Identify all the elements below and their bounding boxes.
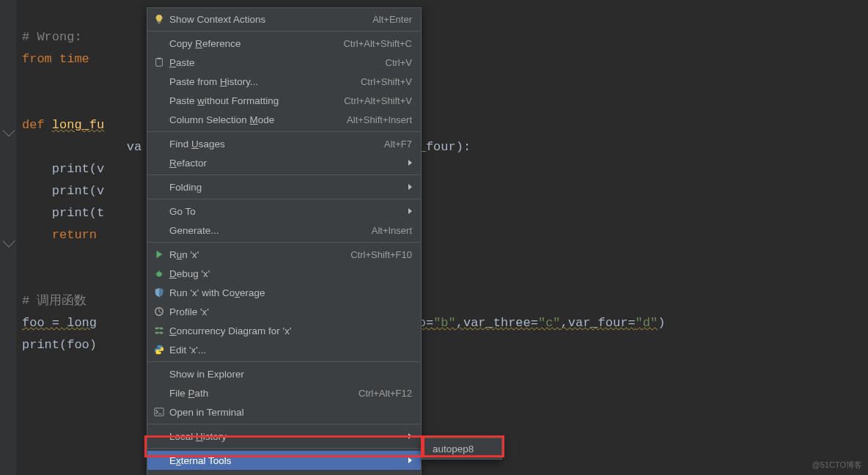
menu-item-local-history[interactable]: Local History <box>147 427 421 446</box>
menu-item-shortcut: Alt+F7 <box>384 139 412 150</box>
menu-item-folding[interactable]: Folding <box>147 177 421 196</box>
menu-item-shortcut: Ctrl+Alt+Shift+V <box>344 95 412 106</box>
submenu-arrow-icon <box>408 184 412 190</box>
menu-item-run-x[interactable]: Run 'x'Ctrl+Shift+F10 <box>147 245 421 264</box>
menu-item-external-tools[interactable]: External Tools <box>147 451 421 470</box>
menu-item-label: Concurrency Diagram for 'x' <box>166 325 412 336</box>
menu-item-label: Go To <box>166 206 401 217</box>
submenu-arrow-icon <box>408 208 412 214</box>
menu-item-label: Profile 'x' <box>166 306 412 317</box>
menu-separator <box>147 242 421 243</box>
menu-item-shortcut: Ctrl+Alt+F12 <box>358 388 412 399</box>
menu-item-open-in-terminal[interactable]: Open in Terminal <box>147 402 421 421</box>
menu-item-paste-without-formatting[interactable]: Paste without FormattingCtrl+Alt+Shift+V <box>147 91 421 110</box>
menu-item-label: External Tools <box>166 455 401 466</box>
kw-time: time <box>59 52 89 66</box>
menu-item-show-in-explorer[interactable]: Show in Explorer <box>147 364 421 383</box>
code-text: print(v <box>52 184 104 198</box>
code-comment: # Wrong: <box>22 30 82 44</box>
menu-item-shortcut: Ctrl+Alt+Shift+C <box>343 38 412 49</box>
menu-item-concurrency-diagram-for-x[interactable]: Concurrency Diagram for 'x' <box>147 321 421 340</box>
code-text: print(v <box>52 162 104 176</box>
menu-item-copy-reference[interactable]: Copy ReferenceCtrl+Alt+Shift+C <box>147 34 421 53</box>
concurrency-icon <box>152 325 166 336</box>
submenu-arrow-icon <box>408 457 412 463</box>
menu-item-shortcut: Alt+Insert <box>372 225 412 236</box>
menu-item-edit-x[interactable]: Edit 'x'... <box>147 340 421 359</box>
menu-separator <box>147 424 421 424</box>
fn-name: long_fu <box>52 118 104 132</box>
menu-item-label: Copy Reference <box>166 38 343 49</box>
menu-item-shortcut: Ctrl+Shift+F10 <box>350 249 412 260</box>
menu-item-find-usages[interactable]: Find UsagesAlt+F7 <box>147 134 421 153</box>
terminal-icon <box>152 407 166 417</box>
menu-item-label: Show in Explorer <box>166 369 412 380</box>
menu-item-label: Folding <box>166 182 401 193</box>
menu-item-label: Debug 'x' <box>166 268 412 279</box>
watermark: @51CTO博客 <box>812 460 862 471</box>
code-str: "b" <box>433 316 456 330</box>
menu-item-column-selection-mode[interactable]: Column Selection ModeAlt+Shift+Insert <box>147 110 421 129</box>
menu-item-paste[interactable]: PasteCtrl+V <box>147 53 421 72</box>
menu-item-go-to[interactable]: Go To <box>147 202 421 221</box>
svg-point-3 <box>157 271 162 276</box>
code-text: ,var_four= <box>561 316 636 330</box>
menu-item-shortcut: Alt+Shift+Insert <box>347 114 412 125</box>
code-comment: # 调用函数 <box>22 294 87 308</box>
menu-item-label: Refactor <box>166 158 401 169</box>
menu-item-label: File Path <box>166 388 358 399</box>
menu-separator <box>147 131 421 132</box>
menu-item-label: Paste <box>166 57 386 68</box>
svg-rect-8 <box>155 328 158 330</box>
kw-from: from <box>22 52 52 66</box>
svg-rect-10 <box>155 332 158 334</box>
svg-rect-2 <box>157 58 161 59</box>
code-editor[interactable]: # Wrong: from time def long_fu va r_four… <box>0 0 868 475</box>
svg-rect-14 <box>155 408 163 416</box>
python-icon <box>152 345 166 355</box>
svg-rect-0 <box>158 22 161 23</box>
menu-item-shortcut: Ctrl+V <box>386 57 412 68</box>
menu-item-execute-line-in-python-console[interactable]: Execute Line in Python ConsoleAlt+Shift+… <box>147 470 421 475</box>
menu-item-profile-x[interactable]: Profile 'x' <box>147 302 421 321</box>
menu-item-label: Run 'x' with Coverage <box>166 287 412 298</box>
menu-separator <box>147 448 421 449</box>
svg-rect-1 <box>156 59 163 67</box>
menu-item-debug-x[interactable]: Debug 'x' <box>147 264 421 283</box>
menu-item-label: Local History <box>166 431 401 442</box>
menu-item-file-path[interactable]: File PathCtrl+Alt+F12 <box>147 383 421 402</box>
clipboard-icon <box>152 57 166 67</box>
menu-separator <box>147 199 421 199</box>
menu-item-label: Paste from History... <box>166 76 361 87</box>
menu-item-label: Run 'x' <box>166 249 350 260</box>
submenu-item-autopep8[interactable]: autopep8 <box>422 440 501 457</box>
menu-item-run-x-with-coverage[interactable]: Run 'x' with Coverage <box>147 283 421 302</box>
svg-rect-11 <box>160 332 163 334</box>
kw-return: return <box>52 228 97 242</box>
menu-item-shortcut: Ctrl+Shift+V <box>361 76 412 87</box>
bug-icon <box>152 268 166 279</box>
submenu-arrow-icon <box>408 433 412 439</box>
menu-item-show-context-actions[interactable]: Show Context ActionsAlt+Enter <box>147 10 421 29</box>
menu-item-label: Column Selection Mode <box>166 114 347 125</box>
menu-item-shortcut: Alt+Enter <box>372 14 412 25</box>
menu-separator <box>147 31 421 32</box>
code-str: "d" <box>636 316 658 330</box>
context-menu: Show Context ActionsAlt+EnterCopy Refere… <box>147 7 422 475</box>
external-tools-submenu: autopep8 <box>422 438 502 460</box>
code-text: ) <box>658 316 665 330</box>
code-text: va <box>127 140 141 154</box>
menu-item-generate[interactable]: Generate...Alt+Insert <box>147 221 421 240</box>
code-text: print(foo) <box>22 338 97 352</box>
menu-item-label: Generate... <box>166 225 372 236</box>
menu-separator <box>147 361 421 362</box>
menu-item-paste-from-history[interactable]: Paste from History...Ctrl+Shift+V <box>147 72 421 91</box>
code-text: print(t <box>52 206 104 220</box>
menu-item-refactor[interactable]: Refactor <box>147 153 421 172</box>
submenu-item-label: autopep8 <box>433 443 474 454</box>
code-str: "c" <box>538 316 561 330</box>
menu-item-label: Find Usages <box>166 139 384 150</box>
code-text: ,var_three= <box>456 316 538 330</box>
kw-def: def <box>22 118 45 132</box>
menu-item-label: Open in Terminal <box>166 407 412 418</box>
